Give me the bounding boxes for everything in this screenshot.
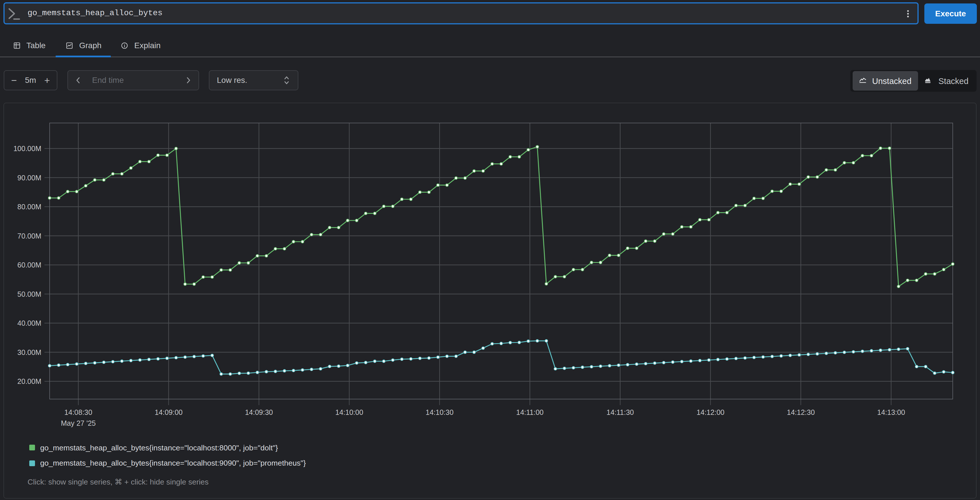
svg-text:14:08:30: 14:08:30 bbox=[64, 408, 92, 416]
svg-text:14:10:30: 14:10:30 bbox=[426, 408, 453, 416]
svg-text:14:11:00: 14:11:00 bbox=[516, 408, 543, 416]
svg-text:14:09:00: 14:09:00 bbox=[154, 408, 183, 416]
svg-text:14:12:30: 14:12:30 bbox=[787, 408, 815, 416]
svg-text:90.00M: 90.00M bbox=[18, 174, 41, 182]
svg-text:50.00M: 50.00M bbox=[18, 290, 41, 298]
svg-text:May 27 '25: May 27 '25 bbox=[61, 419, 96, 427]
svg-text:14:09:30: 14:09:30 bbox=[245, 408, 273, 416]
svg-text:80.00M: 80.00M bbox=[18, 203, 41, 211]
svg-text:20.00M: 20.00M bbox=[18, 377, 41, 385]
svg-text:70.00M: 70.00M bbox=[18, 232, 41, 240]
svg-text:60.00M: 60.00M bbox=[18, 261, 41, 269]
svg-text:100.00M: 100.00M bbox=[13, 144, 41, 152]
svg-text:30.00M: 30.00M bbox=[18, 348, 41, 356]
svg-text:14:10:00: 14:10:00 bbox=[336, 408, 363, 416]
svg-text:40.00M: 40.00M bbox=[18, 319, 41, 327]
svg-text:14:12:00: 14:12:00 bbox=[697, 408, 724, 416]
svg-text:14:13:00: 14:13:00 bbox=[877, 408, 905, 416]
svg-text:14:11:30: 14:11:30 bbox=[606, 408, 634, 416]
